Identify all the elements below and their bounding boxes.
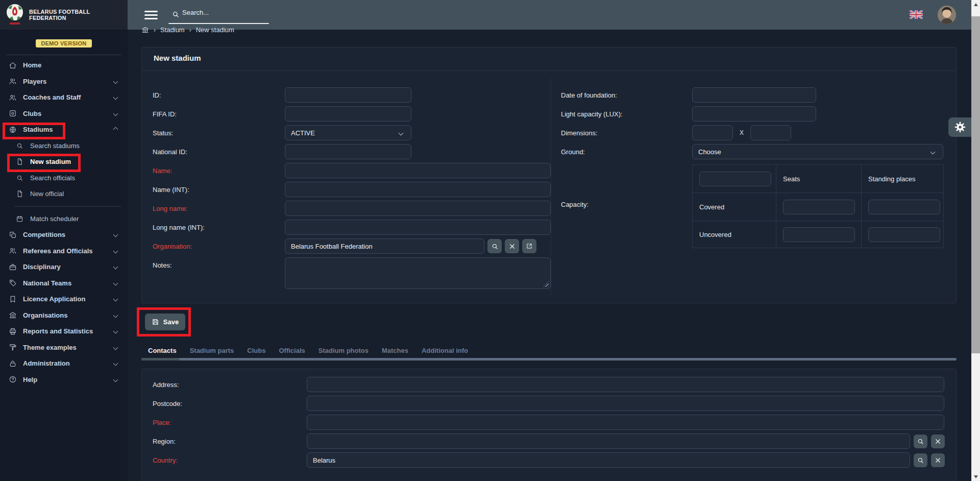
contacts-row-place: Place: [153, 414, 949, 430]
address-input[interactable] [307, 377, 944, 392]
printer-icon [8, 327, 17, 335]
organisation-open-button[interactable] [522, 239, 536, 253]
chevron-up-icon [113, 127, 118, 132]
sidebar-item-players[interactable]: Players [0, 74, 128, 90]
sidebar-item-referees-and-officials[interactable]: Referees and Officials [0, 243, 128, 259]
form-row-fifa-id: FIFA ID: [153, 106, 551, 122]
uncovered-seats-input[interactable] [783, 227, 855, 242]
chevron-down-icon [113, 264, 118, 270]
chevron-down-icon [113, 79, 118, 84]
users-icon [8, 77, 17, 86]
sidebar-item-new-official[interactable]: New official [0, 186, 128, 202]
field-label: Country: [153, 456, 307, 464]
field-label: ID: [153, 91, 285, 99]
sidebar-item-stadiums[interactable]: Stadiums [0, 122, 128, 138]
sidebar-item-theme-examples[interactable]: Theme examples [0, 340, 128, 356]
dimension-width-input[interactable] [750, 125, 791, 140]
ground-select[interactable]: Choose [692, 144, 943, 159]
search-input[interactable] [182, 9, 268, 16]
light-capacity-lux-input[interactable] [692, 106, 816, 122]
tab-stadium-parts[interactable]: Stadium parts [190, 347, 234, 354]
uncovered-standing-input[interactable] [868, 227, 940, 242]
sidebar-item-administration[interactable]: Administration [0, 355, 128, 372]
region-input[interactable] [307, 434, 910, 449]
stadium-form-card: New stadium ID:FIFA ID:Status:ACTIVENati… [141, 47, 957, 303]
bank-icon [8, 311, 17, 320]
sidebar-item-reports-and-statistics[interactable]: Reports and Statistics [0, 323, 128, 340]
organisation-search-button[interactable] [487, 239, 502, 253]
organisation-clear-button[interactable] [505, 239, 519, 253]
covered-seats-input[interactable] [783, 200, 855, 214]
form-row-id: ID: [153, 87, 551, 103]
sidebar-item-search-stadiums[interactable]: Search stadiums [0, 138, 128, 154]
breadcrumb: › Stadium › New stadium [141, 26, 234, 34]
sidebar: BELARUS FOOTBALL FEDERATION DEMO VERSION… [0, 0, 128, 481]
organisation-input[interactable] [285, 238, 484, 254]
form-row-ground: Ground:Choose [561, 144, 957, 159]
field-label: Name (INT): [153, 186, 285, 194]
tab-matches[interactable]: Matches [382, 347, 408, 354]
sidebar-item-competitions[interactable]: Competitions [0, 227, 128, 243]
status-select[interactable]: ACTIVE [285, 125, 411, 140]
country-input[interactable] [307, 452, 910, 468]
help-icon [8, 375, 17, 384]
tab-stadium-photos[interactable]: Stadium photos [318, 347, 369, 354]
region-search-button[interactable] [914, 435, 927, 448]
capacity-name-input[interactable] [699, 172, 771, 186]
file-icon [15, 189, 24, 198]
dimension-length-input[interactable] [692, 125, 733, 140]
sidebar-item-new-stadium[interactable]: New stadium [0, 154, 128, 170]
scroll-up-arrow[interactable] [971, 0, 980, 9]
chevron-down-icon [113, 312, 118, 318]
name-input[interactable] [285, 163, 551, 178]
tab-contacts[interactable]: Contacts [148, 347, 177, 354]
place-input[interactable] [307, 415, 944, 430]
region-clear-button[interactable] [931, 435, 945, 448]
breadcrumb-item-new-stadium: New stadium [196, 26, 234, 34]
scroll-down-arrow[interactable] [971, 472, 980, 481]
date-of-foundation-input[interactable] [692, 87, 816, 103]
save-button[interactable]: Save [145, 314, 185, 330]
sidebar-item-home[interactable]: Home [0, 57, 128, 74]
language-flag-icon[interactable] [910, 10, 923, 19]
sidebar-item-licence-application[interactable]: Licence Application [0, 291, 128, 307]
long-name-int-input[interactable] [285, 220, 551, 235]
page-scrollbar [971, 0, 980, 481]
sidebar-item-disciplinary[interactable]: Disciplinary [0, 259, 128, 275]
capacity-row-covered: Covered [693, 193, 776, 221]
user-avatar[interactable] [938, 6, 956, 24]
name-int-input[interactable] [285, 182, 551, 197]
chevron-down-icon [113, 111, 118, 116]
covered-standing-input[interactable] [868, 200, 940, 214]
menu-toggle-icon[interactable] [144, 11, 158, 19]
sidebar-item-coaches-and-staff[interactable]: Coaches and Staff [0, 89, 128, 106]
scrollbar-thumb[interactable] [971, 16, 980, 353]
field-label: National ID: [153, 148, 285, 156]
settings-gear-button[interactable] [948, 117, 971, 137]
country-clear-button[interactable] [931, 453, 945, 467]
long-name-input[interactable] [285, 201, 551, 216]
fifa-id-input[interactable] [285, 106, 411, 122]
postcode-input[interactable] [307, 396, 944, 411]
sidebar-item-clubs[interactable]: Clubs [0, 106, 128, 122]
national-id-input[interactable] [285, 144, 411, 159]
notes-textarea[interactable] [285, 257, 551, 289]
tab-officials[interactable]: Officials [279, 347, 305, 354]
contacts-form: Address:Postcode:Place:Region:Country: [153, 376, 949, 471]
tab-bar: ContactsStadium partsClubsOfficialsStadi… [148, 347, 468, 354]
tab-clubs[interactable]: Clubs [247, 347, 265, 354]
sidebar-item-search-officials[interactable]: Search officials [0, 170, 128, 186]
chevron-down-icon [113, 377, 118, 382]
id-input[interactable] [285, 87, 411, 103]
search-icon [172, 10, 180, 18]
home-bank-icon[interactable] [141, 26, 149, 34]
sidebar-item-national-teams[interactable]: National Teams [0, 275, 128, 292]
app-root: BELARUS FOOTBALL FEDERATION DEMO VERSION… [0, 0, 980, 481]
sidebar-item-help[interactable]: Help [0, 372, 128, 388]
sidebar-item-organisations[interactable]: Organisations [0, 307, 128, 324]
sidebar-item-match-scheduler[interactable]: Match scheduler [0, 211, 128, 227]
tab-active-indicator [141, 358, 180, 360]
country-search-button[interactable] [914, 453, 927, 467]
breadcrumb-item-stadium[interactable]: Stadium [160, 26, 185, 34]
tab-additional-info[interactable]: Additional info [422, 347, 468, 354]
